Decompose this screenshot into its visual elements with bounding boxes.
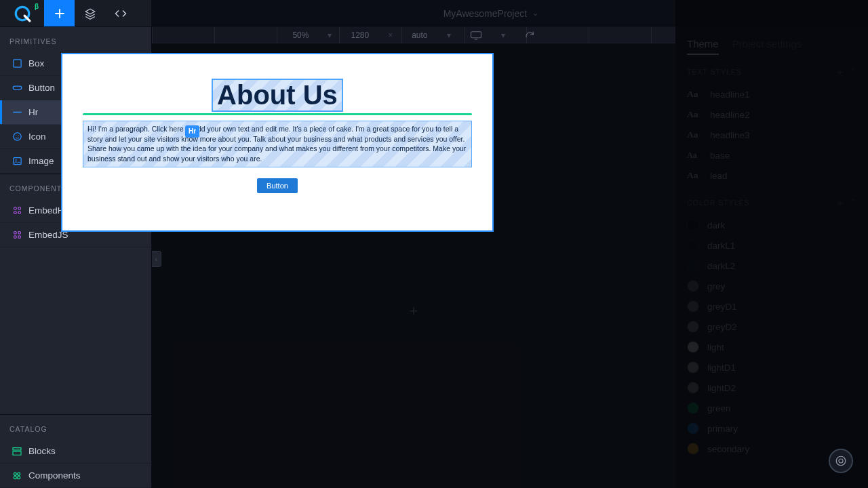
svg-point-8 [15,159,16,161]
color-style-light[interactable]: light [687,337,857,357]
primitive-label: Hr [28,107,38,117]
color-style-label: greyD2 [707,322,737,332]
viewport-width[interactable]: 1280 [351,30,369,40]
color-swatch [687,239,699,251]
drop-indicator [83,113,472,115]
canvas-paragraph[interactable]: Hr Hi! I'm a paragraph. Click here to ad… [83,121,472,167]
color-style-label: lightD2 [707,383,736,393]
svg-point-14 [18,232,20,235]
catalog-section-title: CATALOG [0,415,151,439]
svg-point-16 [18,236,20,239]
svg-point-13 [14,232,16,235]
color-swatch [687,300,699,312]
box-icon [9,58,24,68]
color-swatch [687,443,699,455]
device-icon[interactable] [470,30,482,40]
hr-icon [9,107,24,117]
color-swatch [687,219,699,231]
color-style-greyD2[interactable]: greyD2 [687,317,857,337]
logo-button[interactable]: β [0,0,44,26]
catalog-label: Components [28,470,81,481]
right-panel: Theme Project settings TEXT STYLES + ⌃ A… [675,27,868,488]
canvas-heading[interactable]: About Us [212,79,343,112]
chevron-down-icon: ⌄ [532,9,538,18]
color-style-lightD1[interactable]: lightD1 [687,357,857,378]
text-style-headline2[interactable]: Aaheadline2 [687,104,857,125]
add-section-after-button[interactable]: + [410,302,418,320]
primitive-label: Button [28,83,55,93]
right-panel-tabs: Theme Project settings [687,38,857,55]
text-style-headline3[interactable]: Aaheadline3 [687,125,857,145]
zoom-value[interactable]: 50% [292,30,309,40]
primitives-section-title: PRIMITIVES [0,27,151,52]
catalog-label: Blocks [28,446,56,456]
icon-icon [9,131,24,142]
primitive-label: Icon [28,131,46,142]
color-style-label: light [707,342,724,352]
tab-code-button[interactable] [105,0,136,26]
tab-add-button[interactable] [44,0,75,26]
add-text-style-button[interactable]: + [837,66,844,77]
text-styles-section-title: TEXT STYLES + ⌃ [687,66,857,77]
svg-point-6 [18,136,18,136]
canvas-frame[interactable]: About Us Hr Hi! I'm a paragraph. Click h… [61,53,494,232]
tab-layers-button[interactable] [75,0,105,26]
color-style-label: greyD1 [707,302,737,312]
svg-rect-7 [13,158,20,165]
dimension-separator: × [388,30,393,40]
components-section-label: COMPONENTS [9,184,67,192]
catalog-components[interactable]: Components [0,464,151,488]
text-style-label: headline3 [710,130,750,140]
left-top-tabs: β [0,0,151,27]
svg-point-5 [16,136,16,136]
text-style-label: base [710,150,730,161]
color-style-darkL2[interactable]: darkL2 [687,256,857,276]
svg-point-11 [14,211,16,214]
collapse-left-panel-button[interactable]: ‹ [152,251,161,267]
plus-icon [54,7,66,20]
chevron-down-icon: ▾ [328,30,332,40]
logo-icon [14,5,31,22]
canvas-button[interactable]: Button [257,178,298,193]
color-swatch [687,361,699,373]
text-style-icon: Aa [687,170,702,181]
beta-badge: β [35,3,39,10]
embed-icon [9,205,24,216]
catalog-blocks[interactable]: Blocks [0,439,151,464]
primitive-label: Box [28,58,44,68]
text-style-headline1[interactable]: Aaheadline1 [687,84,857,104]
color-style-primary[interactable]: primary [687,418,857,439]
color-swatch [687,321,699,333]
color-style-darkL1[interactable]: darkL1 [687,235,857,256]
help-button[interactable] [829,449,853,473]
viewport-toolbar: 50%▾ 1280 × auto▾ ▾ [152,27,675,43]
color-style-label: darkL2 [707,261,735,271]
color-swatch [687,341,699,353]
canvas-heading-text: About Us [217,80,338,110]
svg-rect-17 [13,447,21,449]
color-style-label: secondary [707,444,749,454]
color-swatch [687,422,699,434]
text-style-lead[interactable]: Aalead [687,165,857,186]
svg-point-27 [839,459,843,463]
add-color-style-button[interactable]: + [837,197,844,208]
color-style-lightD2[interactable]: lightD2 [687,378,857,398]
color-style-dark[interactable]: dark [687,215,857,235]
top-bar: MyAwesomeProject ⌄ Publish A [152,0,868,27]
project-name: MyAwesomeProject [443,8,527,19]
project-switcher[interactable]: MyAwesomeProject ⌄ [443,8,538,19]
viewport-height[interactable]: auto [412,30,427,40]
color-style-green[interactable]: green [687,398,857,418]
color-style-greyD1[interactable]: greyD1 [687,296,857,317]
text-style-icon: Aa [687,150,702,161]
color-style-grey[interactable]: grey [687,276,857,296]
text-style-base[interactable]: Aabase [687,145,857,165]
blocks-icon [9,446,24,457]
svg-point-21 [14,476,16,479]
tab-theme[interactable]: Theme [687,38,719,55]
tab-project-settings[interactable]: Project settings [732,38,802,55]
chevron-up-icon[interactable]: ⌃ [850,67,857,76]
refresh-icon[interactable] [524,30,535,41]
chevron-up-icon[interactable]: ⌃ [850,198,857,207]
text-styles-list: Aaheadline1Aaheadline2Aaheadline3AabaseA… [687,84,857,186]
